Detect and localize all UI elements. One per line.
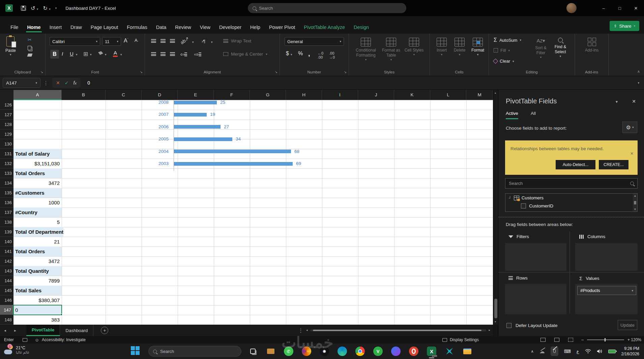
text-direction-icon[interactable]: ›¶ (202, 39, 205, 44)
cell-A133[interactable]: Total Orders (13, 168, 62, 178)
format-painter-icon[interactable] (27, 54, 33, 57)
clock[interactable]: 9:26 PM 2/16/2026 (621, 346, 639, 357)
cell-A131[interactable]: Total of Salary (13, 149, 62, 159)
cell-A148[interactable]: 383 (13, 315, 62, 325)
increase-decimal-button[interactable]: ←0.00 (318, 51, 323, 59)
row-header-144[interactable]: 144 (0, 276, 13, 286)
alignment-dialog-launcher[interactable]: ↘ (275, 70, 277, 74)
ribbon-tab-developer[interactable]: Developer (215, 22, 246, 34)
columns-drop-zone[interactable] (575, 243, 638, 271)
row-header-132[interactable]: 132 (0, 159, 13, 168)
scroll-up-icon[interactable]: ▲ (634, 194, 637, 197)
row-header-131[interactable]: 131 (0, 149, 13, 159)
firefox-icon[interactable] (301, 346, 312, 356)
cell-A132[interactable]: $3,151,030 (13, 159, 62, 168)
whatsapp-icon[interactable]: ✆ (284, 346, 294, 356)
sheet-tab-dashboard[interactable]: Dashboard (60, 325, 93, 336)
file-explorer-icon[interactable] (462, 346, 472, 356)
name-box[interactable]: A147 ▾ (3, 78, 40, 88)
close-button[interactable]: ✕ (628, 0, 644, 16)
column-header-I[interactable]: I (322, 90, 358, 100)
row-header-136[interactable]: 136 (0, 198, 13, 207)
merge-center-button[interactable]: Merge & Center ▾ (223, 52, 267, 57)
fill-button[interactable]: ↓ Fill ▾ (494, 48, 510, 53)
ribbon-tab-page-layout[interactable]: Page Layout (86, 22, 122, 34)
rows-drop-zone[interactable] (505, 284, 566, 314)
fill-color-button[interactable] (98, 51, 103, 55)
borders-button[interactable]: ⊞ (83, 51, 88, 58)
undo-button[interactable]: ↺ ▾ (31, 5, 38, 11)
borders-dropdown[interactable]: ▾ (90, 53, 92, 56)
ribbon-tab-review[interactable]: Review (171, 22, 196, 34)
row-header-145[interactable]: 145 (0, 286, 13, 295)
insert-function-icon[interactable]: fx (73, 80, 77, 86)
grid-body[interactable]: Total of Salary$3,151,030Total Orders347… (13, 100, 493, 325)
column-header-J[interactable]: J (358, 90, 394, 100)
expand-formula-bar-icon[interactable]: ▾ (638, 81, 639, 85)
align-right-icon[interactable] (170, 52, 175, 56)
font-color-dropdown[interactable]: ▾ (120, 53, 122, 56)
column-header-D[interactable]: D (142, 90, 178, 100)
text-direction-dropdown[interactable]: ▾ (211, 40, 213, 44)
defer-layout-checkbox[interactable] (506, 323, 511, 328)
titlebar-search[interactable]: Search (248, 3, 406, 13)
font-color-button[interactable]: A (113, 50, 118, 57)
column-header-K[interactable]: K (394, 90, 430, 100)
align-center-icon[interactable] (160, 52, 166, 56)
filters-drop-zone[interactable] (505, 243, 566, 271)
page-layout-view-icon[interactable] (554, 338, 559, 342)
macro-record-icon[interactable] (23, 338, 27, 342)
decrease-indent-icon[interactable]: ⇦ (180, 51, 187, 58)
opera-icon[interactable] (409, 346, 419, 356)
conditional-formatting-button[interactable]: Conditional Formatting▾ (354, 38, 378, 62)
ribbon-tab-file[interactable]: File (6, 22, 23, 34)
files-app-icon[interactable] (266, 346, 276, 356)
edge-icon[interactable] (337, 346, 347, 356)
row-header-134[interactable]: 134 (0, 178, 13, 188)
scroll-down-icon[interactable]: ▾ (495, 320, 496, 323)
row-header-141[interactable]: 141 (0, 247, 13, 256)
column-header-A[interactable]: A (13, 90, 62, 100)
cell-A147[interactable]: 0 (13, 305, 62, 315)
copy-icon[interactable] (28, 46, 31, 50)
cell-A141[interactable]: Total Orders (13, 247, 62, 256)
cell-A140[interactable]: 21 (13, 237, 62, 247)
font-dialog-launcher[interactable]: ↘ (140, 70, 143, 74)
accessibility-status[interactable]: Accessibility: Investigate (42, 337, 86, 342)
column-header-B[interactable]: B (62, 90, 106, 100)
cell-A136[interactable]: 1000 (13, 198, 62, 207)
ribbon-tab-pivottable-analyze[interactable]: PivotTable Analyze (299, 22, 349, 34)
underline-button[interactable]: U (70, 51, 74, 57)
ribbon-tab-help[interactable]: Help (246, 22, 265, 34)
row-header-143[interactable]: 143 (0, 266, 13, 276)
collapse-table-icon[interactable]: ┘ (509, 196, 511, 200)
fill-color-dropdown[interactable]: ▾ (105, 53, 107, 56)
ribbon-tab-formulas[interactable]: Formulas (122, 22, 151, 34)
ribbon-tab-home[interactable]: Home (23, 22, 45, 34)
taskbar-search[interactable]: Search (148, 346, 241, 357)
collapse-ribbon-icon[interactable]: ∧ (637, 69, 640, 74)
field-table-customers[interactable]: ┘ Customers (509, 195, 544, 200)
ribbon-tab-insert[interactable]: Insert (45, 22, 66, 34)
weather-widget[interactable]: 1 21°C غائم غالبا (3, 345, 29, 355)
increase-indent-icon[interactable]: ⇨ (194, 51, 201, 58)
values-field-products[interactable]: #Products ▾ (577, 286, 636, 295)
user-avatar[interactable] (566, 3, 577, 13)
cell-A138[interactable]: 5 (13, 217, 62, 227)
tools-button[interactable]: ⚙▾ (622, 122, 637, 133)
maximize-button[interactable]: □ (612, 0, 628, 16)
chrome-icon[interactable] (355, 346, 365, 356)
page-break-view-icon[interactable] (568, 338, 573, 342)
enter-icon[interactable]: ✓ (65, 80, 69, 86)
ribbon-tab-draw[interactable]: Draw (66, 22, 86, 34)
values-drop-zone[interactable]: #Products ▾ (575, 284, 638, 314)
formula-input[interactable]: 0 (84, 78, 638, 88)
zoom-in-icon[interactable]: + (627, 337, 630, 342)
accounting-format-button[interactable]: $ (286, 51, 289, 57)
column-header-H[interactable]: H (286, 90, 322, 100)
share-button[interactable]: ⇧ Share ▾ (610, 21, 639, 31)
row-header-126[interactable]: 126 (0, 100, 13, 110)
row-header-130[interactable]: 130 (0, 139, 13, 149)
sort-filter-button[interactable]: AZ▾ Sort & Filter▾ (532, 38, 550, 59)
onedrive-paused-icon[interactable]: ☁ (539, 348, 545, 355)
